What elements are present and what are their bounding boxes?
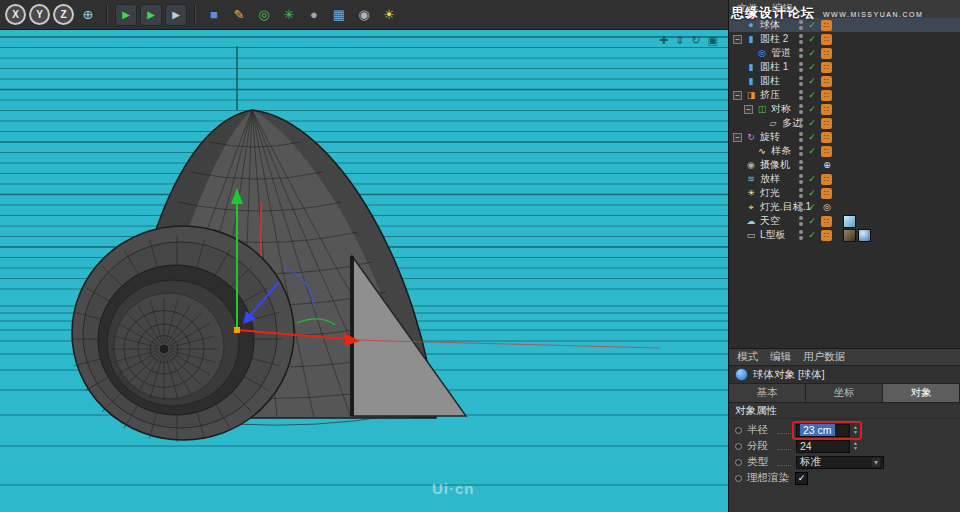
enable-check[interactable]: ✓ bbox=[807, 20, 817, 30]
visibility-dots[interactable] bbox=[799, 90, 803, 100]
viewport-3d[interactable]: ✚⇕↻▣ Ui·cn bbox=[0, 30, 728, 512]
tag-circle[interactable]: ◎ bbox=[821, 201, 833, 213]
object-row-1[interactable]: −▮圆柱 2✓∷ bbox=[729, 32, 960, 46]
texture-thumb-ball[interactable] bbox=[858, 229, 871, 242]
origin-handle[interactable] bbox=[234, 327, 240, 333]
rotate-view-button[interactable]: ↻ bbox=[691, 34, 700, 47]
visibility-dots[interactable] bbox=[799, 146, 803, 156]
engine-nozzle[interactable] bbox=[71, 226, 294, 442]
object-row-15[interactable]: ▭L型板✓∷ bbox=[729, 228, 960, 242]
tag-orange[interactable]: ∷ bbox=[821, 90, 832, 101]
expand-toggle[interactable]: − bbox=[733, 35, 742, 44]
render-settings-button[interactable]: ▶ bbox=[165, 4, 187, 26]
object-row-3[interactable]: ▮圆柱 1✓∷ bbox=[729, 60, 960, 74]
object-row-8[interactable]: −↻旋转✓∷ bbox=[729, 130, 960, 144]
menu-edit-am[interactable]: 编辑 bbox=[770, 350, 791, 364]
visibility-dots[interactable] bbox=[799, 104, 803, 114]
object-row-10[interactable]: ◉摄像机⊕ bbox=[729, 158, 960, 172]
tab-coord[interactable]: 坐标 bbox=[806, 384, 883, 402]
enable-check[interactable]: ✓ bbox=[807, 202, 817, 212]
enable-check[interactable]: ✓ bbox=[807, 118, 817, 128]
array-button[interactable]: ▦ bbox=[328, 4, 350, 26]
enable-check[interactable]: ✓ bbox=[807, 174, 817, 184]
keyframe-dot[interactable] bbox=[735, 475, 742, 482]
object-row-0[interactable]: ●球体✓∷ bbox=[729, 18, 960, 32]
menu-edit[interactable]: 编辑 bbox=[772, 2, 793, 16]
effector-button[interactable]: ✳ bbox=[278, 4, 300, 26]
enable-check[interactable]: ✓ bbox=[807, 34, 817, 44]
tag-orange[interactable]: ∷ bbox=[821, 104, 832, 115]
tag-orange[interactable]: ∷ bbox=[821, 146, 832, 157]
texture-thumb-dark[interactable] bbox=[843, 229, 856, 242]
tag-orange[interactable]: ∷ bbox=[821, 174, 832, 185]
tag-orange[interactable]: ∷ bbox=[821, 230, 832, 241]
enable-check[interactable]: ✓ bbox=[807, 104, 817, 114]
texture-thumb-sky[interactable] bbox=[843, 215, 856, 228]
lock-x-axis-button[interactable]: X bbox=[5, 4, 26, 25]
enable-check[interactable]: ✓ bbox=[807, 132, 817, 142]
segments-spinner[interactable]: ▲▼ bbox=[853, 441, 858, 451]
enable-check[interactable]: ✓ bbox=[807, 48, 817, 58]
tag-orange[interactable]: ∷ bbox=[821, 216, 832, 227]
object-row-14[interactable]: ☁天空✓∷ bbox=[729, 214, 960, 228]
lock-z-axis-button[interactable]: Z bbox=[53, 4, 74, 25]
visibility-dots[interactable] bbox=[799, 160, 803, 170]
enable-check[interactable]: ✓ bbox=[807, 188, 817, 198]
radius-input[interactable]: 23 cm bbox=[796, 424, 850, 437]
visibility-dots[interactable] bbox=[799, 62, 803, 72]
camera-button[interactable]: ◉ bbox=[353, 4, 375, 26]
menu-user-data[interactable]: 用户数据 bbox=[803, 350, 845, 364]
visibility-dots[interactable] bbox=[799, 188, 803, 198]
tab-object[interactable]: 对象 bbox=[883, 384, 960, 402]
enable-check[interactable]: ✓ bbox=[807, 146, 817, 156]
tag-orange[interactable]: ∷ bbox=[821, 188, 832, 199]
enable-check[interactable]: ✓ bbox=[807, 62, 817, 72]
visibility-dots[interactable] bbox=[799, 216, 803, 226]
maximize-view-button[interactable]: ▣ bbox=[708, 34, 718, 47]
tag-orange[interactable]: ∷ bbox=[821, 48, 832, 59]
zoom-view-button[interactable]: ⇕ bbox=[675, 34, 684, 47]
tab-basic[interactable]: 基本 bbox=[729, 384, 806, 402]
enable-check[interactable]: ✓ bbox=[807, 216, 817, 226]
visibility-dots[interactable] bbox=[799, 48, 803, 58]
tag-orange[interactable]: ∷ bbox=[821, 34, 832, 45]
object-row-2[interactable]: ◎管道✓∷ bbox=[729, 46, 960, 60]
enable-check[interactable]: ✓ bbox=[807, 76, 817, 86]
radius-spinner[interactable]: ▲▼ bbox=[853, 425, 858, 435]
object-row-9[interactable]: ∿样条✓∷ bbox=[729, 144, 960, 158]
expand-toggle[interactable]: − bbox=[744, 105, 753, 114]
object-row-6[interactable]: −◫对称✓∷ bbox=[729, 102, 960, 116]
enable-check[interactable]: ✓ bbox=[807, 90, 817, 100]
keyframe-dot[interactable] bbox=[735, 443, 742, 450]
tag-orange[interactable]: ∷ bbox=[821, 62, 832, 73]
tag-orange[interactable]: ∷ bbox=[821, 20, 832, 31]
menu-file[interactable]: 文件 bbox=[737, 2, 758, 16]
simulation-button[interactable]: ● bbox=[303, 4, 325, 26]
visibility-dots[interactable] bbox=[799, 76, 803, 86]
visibility-dots[interactable] bbox=[799, 230, 803, 240]
object-row-13[interactable]: ⌖灯光.目标.1✓◎ bbox=[729, 200, 960, 214]
light-button[interactable]: ☀ bbox=[378, 4, 400, 26]
mograph-button[interactable]: ◎ bbox=[253, 4, 275, 26]
coordinate-system-button[interactable]: ⊕ bbox=[77, 4, 99, 26]
enable-check[interactable]: ✓ bbox=[807, 230, 817, 240]
render-perfect-checkbox[interactable]: ✓ bbox=[795, 472, 808, 485]
tag-target[interactable]: ⊕ bbox=[821, 159, 833, 171]
tag-orange[interactable]: ∷ bbox=[821, 132, 832, 143]
render-view-button[interactable]: ▶ bbox=[115, 4, 137, 26]
visibility-dots[interactable] bbox=[799, 132, 803, 142]
render-picture-viewer-button[interactable]: ▶ bbox=[140, 4, 162, 26]
primitive-cube-button[interactable]: ■ bbox=[203, 4, 225, 26]
tag-orange[interactable]: ∷ bbox=[821, 118, 832, 129]
keyframe-dot[interactable] bbox=[735, 459, 742, 466]
visibility-dots[interactable] bbox=[799, 20, 803, 30]
menu-mode[interactable]: 模式 bbox=[737, 350, 758, 364]
spline-pen-button[interactable]: ✎ bbox=[228, 4, 250, 26]
object-row-4[interactable]: ▮圆柱✓∷ bbox=[729, 74, 960, 88]
viewport-canvas[interactable] bbox=[0, 30, 728, 512]
object-row-7[interactable]: ▱多边✓∷ bbox=[729, 116, 960, 130]
object-row-5[interactable]: −◨挤压✓∷ bbox=[729, 88, 960, 102]
object-row-11[interactable]: ≋放样✓∷ bbox=[729, 172, 960, 186]
keyframe-dot[interactable] bbox=[735, 427, 742, 434]
lock-y-axis-button[interactable]: Y bbox=[29, 4, 50, 25]
